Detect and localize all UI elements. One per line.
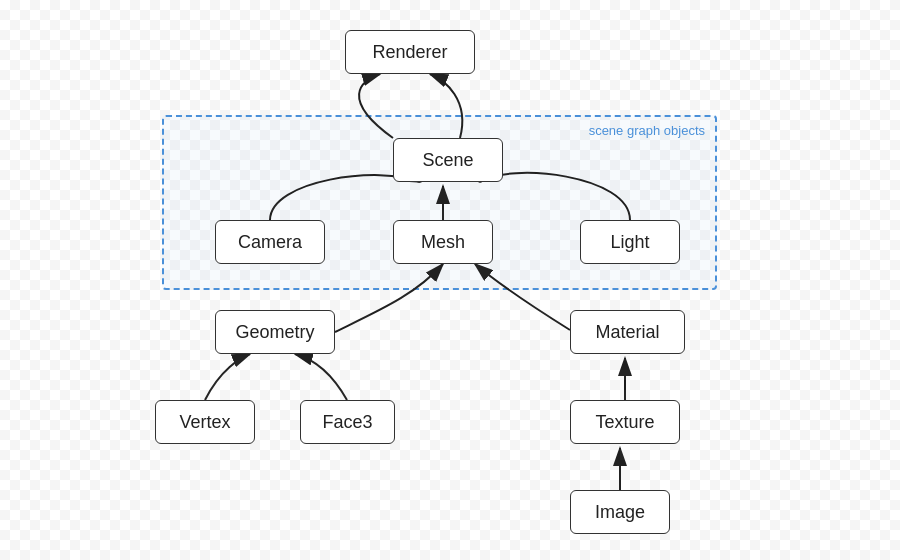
face3-node: Face3 (300, 400, 395, 444)
material-label: Material (595, 322, 659, 343)
image-node: Image (570, 490, 670, 534)
material-node: Material (570, 310, 685, 354)
vertex-node: Vertex (155, 400, 255, 444)
diagram-container: scene graph objects (0, 0, 900, 560)
mesh-label: Mesh (421, 232, 465, 253)
texture-node: Texture (570, 400, 680, 444)
scene-node: Scene (393, 138, 503, 182)
geometry-label: Geometry (235, 322, 314, 343)
texture-label: Texture (595, 412, 654, 433)
renderer-node: Renderer (345, 30, 475, 74)
vertex-label: Vertex (179, 412, 230, 433)
geometry-node: Geometry (215, 310, 335, 354)
face3-label: Face3 (322, 412, 372, 433)
light-node: Light (580, 220, 680, 264)
camera-label: Camera (238, 232, 302, 253)
scene-graph-label: scene graph objects (589, 123, 705, 138)
renderer-label: Renderer (372, 42, 447, 63)
mesh-node: Mesh (393, 220, 493, 264)
camera-node: Camera (215, 220, 325, 264)
image-label: Image (595, 502, 645, 523)
scene-label: Scene (422, 150, 473, 171)
light-label: Light (610, 232, 649, 253)
